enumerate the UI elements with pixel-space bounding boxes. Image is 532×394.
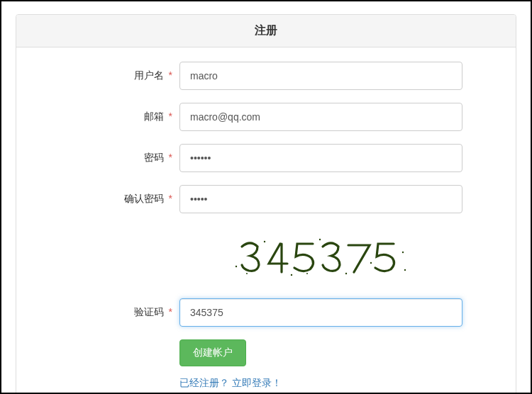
captcha-svg bbox=[229, 231, 414, 281]
required-mark: * bbox=[169, 69, 172, 81]
svg-point-2 bbox=[290, 274, 292, 276]
confirm-password-label: 确认密码 * bbox=[27, 193, 179, 206]
email-label: 邮箱 * bbox=[27, 111, 179, 123]
create-account-button[interactable]: 创建帐户 bbox=[179, 339, 246, 366]
panel-heading: 注册 bbox=[16, 15, 516, 47]
login-link[interactable]: 立即登录！ bbox=[232, 377, 282, 388]
svg-point-4 bbox=[345, 273, 346, 274]
required-mark: * bbox=[169, 306, 172, 317]
register-panel: 注册 用户名 * 邮箱 * 密码 * bbox=[16, 14, 516, 394]
confirm-password-label-text: 确认密码 bbox=[124, 193, 164, 204]
svg-point-3 bbox=[318, 239, 320, 240]
captcha-input-col bbox=[179, 298, 505, 327]
username-label: 用户名 * bbox=[27, 69, 179, 82]
confirm-password-group: 确认密码 * bbox=[27, 185, 505, 213]
panel-title: 注册 bbox=[27, 23, 505, 38]
email-label-text: 邮箱 bbox=[144, 111, 164, 122]
password-input-col bbox=[179, 144, 505, 172]
email-field[interactable] bbox=[179, 103, 462, 131]
svg-point-0 bbox=[235, 266, 236, 267]
confirm-password-field[interactable] bbox=[179, 185, 462, 213]
submit-row: 创建帐户 bbox=[179, 339, 505, 366]
captcha-label: 验证码 * bbox=[27, 306, 179, 319]
confirm-password-input-col bbox=[179, 185, 505, 213]
svg-point-8 bbox=[246, 273, 248, 274]
svg-point-7 bbox=[404, 269, 405, 271]
captcha-image-row bbox=[27, 231, 505, 281]
captcha-input[interactable] bbox=[179, 298, 462, 327]
login-link-prefix: 已经注册？ bbox=[179, 377, 229, 388]
captcha-label-text: 验证码 bbox=[134, 306, 164, 317]
password-label-text: 密码 bbox=[144, 152, 164, 163]
captcha-image[interactable] bbox=[179, 231, 462, 281]
svg-point-5 bbox=[370, 262, 371, 264]
required-mark: * bbox=[169, 152, 172, 163]
svg-point-6 bbox=[401, 252, 403, 253]
required-mark: * bbox=[169, 193, 172, 204]
captcha-input-group: 验证码 * bbox=[27, 298, 505, 327]
svg-point-1 bbox=[263, 241, 265, 242]
login-link-row: 已经注册？ 立即登录！ bbox=[179, 377, 505, 390]
username-input-col bbox=[179, 62, 505, 90]
username-group: 用户名 * bbox=[27, 62, 505, 90]
username-input[interactable] bbox=[179, 62, 462, 90]
panel-body: 用户名 * 邮箱 * 密码 * bbox=[16, 47, 516, 394]
required-mark: * bbox=[169, 111, 172, 122]
password-group: 密码 * bbox=[27, 144, 505, 172]
email-input-col bbox=[179, 103, 505, 131]
svg-point-9 bbox=[306, 273, 308, 274]
email-group: 邮箱 * bbox=[27, 103, 505, 131]
username-label-text: 用户名 bbox=[134, 69, 164, 81]
captcha-image-col bbox=[179, 231, 505, 281]
password-field[interactable] bbox=[179, 144, 462, 172]
password-label: 密码 * bbox=[27, 152, 179, 164]
